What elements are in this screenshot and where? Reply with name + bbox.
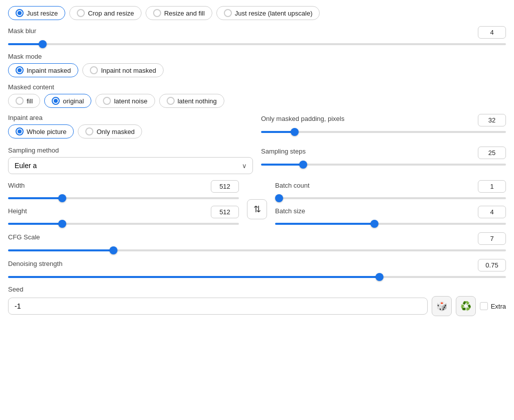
height-row: Height 512 — [8, 206, 239, 226]
resize-options-section: Just resize Crop and resize Resize and f… — [8, 6, 506, 20]
sampling-section: Sampling method Euler a Euler LMS Heun D… — [8, 147, 506, 174]
inpaint-area-col: Inpaint area Whole picture Only masked — [8, 114, 253, 141]
masked-content-fill[interactable]: fill — [8, 94, 40, 108]
radio-crop-and-resize — [77, 9, 85, 17]
seed-row: 🎲 ♻️ Extra — [8, 296, 506, 316]
resize-option-just-resize[interactable]: Just resize — [8, 6, 65, 20]
only-masked-padding-value[interactable]: 32 — [478, 114, 506, 126]
radio-latent-nothing — [167, 97, 175, 105]
masked-content-latent-nothing[interactable]: latent nothing — [159, 94, 224, 108]
resize-option-crop-and-resize[interactable]: Crop and resize — [69, 6, 142, 20]
radio-original — [52, 97, 60, 105]
mask-blur-label: Mask blur — [8, 27, 36, 35]
batch-col: Batch count 1 Batch size 4 — [275, 180, 506, 226]
recycle-icon: ♻️ — [460, 301, 471, 312]
resize-options-group: Just resize Crop and resize Resize and f… — [8, 6, 506, 20]
masked-content-label: Masked content — [8, 83, 506, 91]
swap-button[interactable]: ⇅ — [247, 199, 267, 219]
inpaint-area-row: Inpaint area Whole picture Only masked O… — [8, 114, 506, 141]
denoising-strength-value[interactable]: 0.75 — [478, 259, 506, 271]
batch-count-value[interactable]: 1 — [478, 180, 506, 193]
sampling-method-select[interactable]: Euler a Euler LMS Heun DPM2 DDIM — [8, 157, 253, 174]
masked-content-original[interactable]: original — [44, 94, 91, 108]
seed-input[interactable] — [8, 298, 428, 315]
radio-inpaint-masked — [16, 66, 24, 74]
masked-content-section: Masked content fill original latent nois… — [8, 83, 506, 108]
sampling-steps-slider[interactable] — [261, 164, 506, 166]
denoising-section: Denoising strength 0.75 — [8, 259, 506, 279]
cfg-scale-section: CFG Scale 7 — [8, 232, 506, 253]
masked-content-latent-noise[interactable]: latent noise — [95, 94, 155, 108]
inpaint-area-group: Whole picture Only masked — [8, 124, 253, 138]
batch-size-slider[interactable] — [275, 223, 506, 225]
mask-mode-section: Mask mode Inpaint masked Inpaint not mas… — [8, 53, 506, 77]
seed-label: Seed — [8, 286, 506, 293]
batch-size-label: Batch size — [275, 207, 305, 215]
extra-label: Extra — [491, 303, 506, 310]
sampling-method-label: Sampling method — [8, 147, 253, 154]
inpaint-area-whole-picture[interactable]: Whole picture — [8, 124, 74, 138]
batch-count-slider[interactable] — [275, 197, 506, 199]
dice-button[interactable]: 🎲 — [432, 296, 452, 316]
swap-center: ⇅ — [247, 180, 267, 226]
sampling-steps-label: Sampling steps — [261, 148, 306, 155]
sampling-method-wrapper: Euler a Euler LMS Heun DPM2 DDIM — [8, 157, 253, 174]
height-label: Height — [8, 207, 27, 215]
batch-count-row: Batch count 1 — [275, 180, 506, 201]
width-slider[interactable] — [8, 197, 239, 199]
width-value[interactable]: 512 — [211, 180, 239, 193]
dimensions-section: Width 512 Height 512 ⇅ — [8, 180, 506, 226]
sampling-row: Sampling method Euler a Euler LMS Heun D… — [8, 147, 506, 174]
width-label: Width — [8, 182, 25, 189]
mask-mode-label: Mask mode — [8, 53, 506, 60]
cfg-scale-slider[interactable] — [8, 249, 506, 251]
mask-blur-slider[interactable] — [8, 43, 506, 45]
radio-only-masked — [85, 127, 93, 135]
radio-fill — [16, 97, 24, 105]
only-masked-padding-col: Only masked padding, pixels 32 — [261, 114, 506, 134]
radio-resize-and-fill — [153, 9, 161, 17]
cfg-scale-value[interactable]: 7 — [478, 232, 506, 245]
mask-blur-value[interactable]: 4 — [478, 26, 506, 39]
only-masked-padding-label: Only masked padding, pixels — [261, 115, 344, 122]
width-row: Width 512 — [8, 180, 239, 201]
mask-mode-group: Inpaint masked Inpaint not masked — [8, 63, 506, 77]
width-height-col: Width 512 Height 512 — [8, 180, 239, 226]
radio-latent-noise — [103, 97, 111, 105]
radio-latent-upscale — [224, 9, 232, 17]
batch-count-label: Batch count — [275, 182, 310, 189]
dice-icon: 🎲 — [436, 301, 447, 312]
radio-inpaint-not-masked — [90, 66, 98, 74]
mask-mode-inpaint-masked[interactable]: Inpaint masked — [8, 63, 78, 77]
inpaint-area-section: Inpaint area Whole picture Only masked O… — [8, 114, 506, 141]
batch-size-value[interactable]: 4 — [478, 206, 506, 218]
mask-blur-section: Mask blur 4 — [8, 26, 506, 47]
batch-size-row: Batch size 4 — [275, 206, 506, 226]
radio-whole-picture — [16, 127, 24, 135]
height-slider[interactable] — [8, 223, 239, 225]
mask-mode-inpaint-not-masked[interactable]: Inpaint not masked — [82, 63, 164, 77]
only-masked-padding-slider[interactable] — [261, 131, 506, 133]
cfg-scale-label: CFG Scale — [8, 233, 40, 241]
denoising-strength-slider[interactable] — [8, 276, 506, 278]
extra-checkbox-group[interactable]: Extra — [480, 302, 506, 310]
seed-section: Seed 🎲 ♻️ Extra — [8, 286, 506, 316]
radio-just-resize — [16, 9, 24, 17]
sampling-steps-col: Sampling steps 25 — [261, 147, 506, 167]
denoising-strength-label: Denoising strength — [8, 260, 62, 267]
inpaint-area-label: Inpaint area — [8, 114, 253, 121]
sampling-steps-value[interactable]: 25 — [478, 147, 506, 159]
resize-option-latent-upscale[interactable]: Just resize (latent upscale) — [216, 6, 320, 20]
recycle-button[interactable]: ♻️ — [456, 296, 476, 316]
height-value[interactable]: 512 — [211, 206, 239, 218]
sampling-method-col: Sampling method Euler a Euler LMS Heun D… — [8, 147, 253, 174]
resize-option-resize-and-fill[interactable]: Resize and fill — [146, 6, 212, 20]
inpaint-area-only-masked[interactable]: Only masked — [78, 124, 142, 138]
masked-content-group: fill original latent noise latent nothin… — [8, 94, 506, 108]
extra-checkbox[interactable] — [480, 302, 488, 310]
